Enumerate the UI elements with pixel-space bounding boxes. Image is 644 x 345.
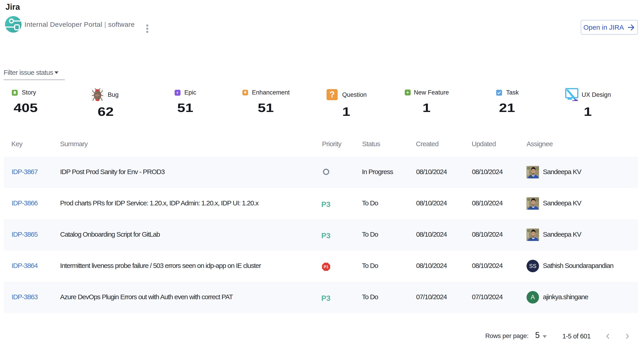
svg-text:</>: </>	[96, 94, 100, 97]
svg-text:P1: P1	[324, 265, 328, 269]
